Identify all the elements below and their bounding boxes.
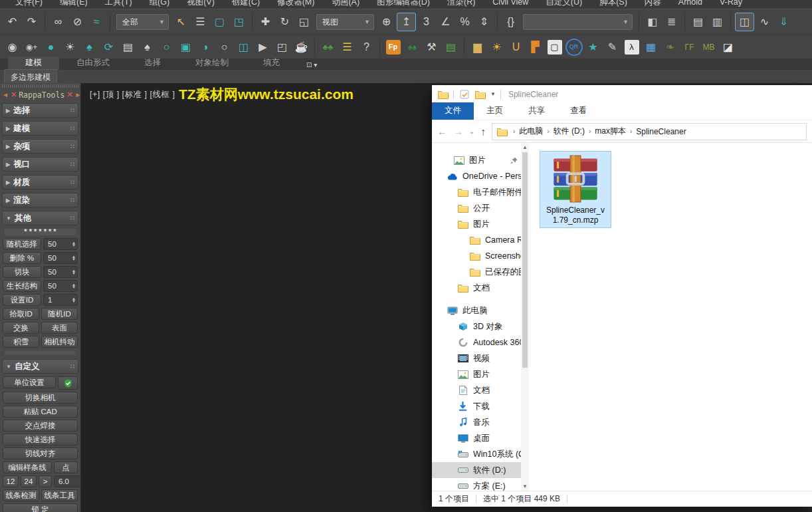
menu-item[interactable]: 渲染(R) — [439, 0, 484, 9]
select-and-scale-icon[interactable]: ◱ — [295, 13, 313, 31]
nav-tree-item[interactable]: 图片 — [432, 152, 529, 168]
menu-item[interactable]: 文件(F) — [7, 0, 51, 9]
rappa-button[interactable]: 点 — [54, 461, 78, 473]
nav-tree-item[interactable]: Win10系统 (C:) — [432, 446, 529, 462]
shield-check-icon[interactable] — [58, 376, 78, 390]
mb-letters-icon[interactable]: MB — [700, 39, 718, 56]
marquee-icon[interactable]: ▢ — [546, 39, 563, 56]
file-list-area[interactable]: SplineCleaner_v1.79_cn.mzp — [529, 143, 812, 491]
unlink-selection-icon[interactable]: ⊘ — [68, 13, 86, 31]
percent-snap-icon[interactable]: % — [456, 13, 474, 31]
explorer-tab-共享[interactable]: 共享 — [516, 102, 558, 120]
pine-trees-icon[interactable]: ♠♠ — [403, 39, 421, 56]
u-modifier-icon[interactable]: U — [507, 39, 525, 56]
bw-square-icon[interactable]: ◪ — [719, 39, 737, 56]
rappa-button[interactable]: 拾取ID — [3, 308, 39, 320]
render-setup-icon[interactable]: ⇓ — [775, 13, 793, 31]
rectangular-selection-region-icon[interactable]: ▢ — [211, 13, 229, 31]
new-folder-icon[interactable] — [474, 90, 486, 99]
light-icon[interactable]: ● — [42, 39, 60, 56]
layer-explorer-icon[interactable]: ▤ — [689, 13, 707, 31]
nav-scrollbar[interactable]: ▲ ▼ — [521, 143, 529, 491]
rappa-button[interactable]: 随机ID — [41, 308, 78, 320]
fc-letters-icon[interactable]: ΓF — [680, 39, 698, 56]
nav-tree-item[interactable]: 此电脑 — [432, 303, 529, 319]
breadcrumb-segment[interactable]: SplineCleaner — [634, 127, 688, 136]
rollout-其他[interactable]: ▼其他∷ — [2, 211, 78, 225]
leaf-icon[interactable]: ❧ — [661, 39, 679, 56]
nav-tree-item[interactable]: 已保存的图片 — [432, 264, 529, 280]
nav-tree-item[interactable]: 音乐 — [432, 414, 529, 430]
sun-icon[interactable]: ☀ — [61, 39, 79, 56]
help-icon[interactable]: ? — [357, 39, 375, 56]
scrollbar-thumb[interactable] — [522, 152, 528, 368]
menu-item[interactable]: 工具(T) — [96, 0, 141, 9]
ribbon-tab[interactable]: 对象绘制 — [178, 57, 246, 70]
select-object-icon[interactable]: ↖ — [172, 13, 190, 31]
rappa-button[interactable]: 线条检测 — [3, 489, 39, 501]
pedestrian-icon[interactable]: λ — [623, 39, 641, 56]
ribbon-tab[interactable]: 选择 — [127, 57, 178, 70]
nav-tree-item[interactable]: 下载 — [432, 398, 529, 414]
tools-icon[interactable]: ⚒ — [423, 39, 441, 56]
brush-icon[interactable]: ✎ — [603, 39, 621, 56]
up-icon[interactable]: ↑ — [480, 126, 486, 136]
use-pivot-center-icon[interactable]: ⊕ — [377, 13, 395, 31]
nav-tree-item[interactable]: 公开 — [432, 200, 529, 216]
nav-tree-item[interactable]: Camera Roll — [432, 232, 529, 248]
menu-item[interactable]: 创建(C) — [223, 0, 268, 9]
rappa-button[interactable]: 设置ID — [3, 294, 41, 306]
qr-icon[interactable]: QR — [565, 39, 583, 56]
scene-explorer-icon[interactable]: ▥ — [708, 13, 726, 31]
spinner-field[interactable]: 50▲▼ — [43, 238, 78, 250]
quick-access-caret-icon[interactable]: ▼ — [490, 91, 496, 97]
rappa-button[interactable]: 生长结构 — [3, 280, 41, 292]
green-list-icon[interactable]: ▤ — [442, 39, 460, 56]
breadcrumb-segment[interactable]: max脚本 — [593, 126, 628, 137]
nav-tree-item[interactable]: Screenshots — [432, 248, 529, 264]
image-panels-icon[interactable]: ▦ — [642, 39, 660, 56]
menu-item[interactable]: 组(G) — [141, 0, 179, 9]
rappa-button[interactable]: 编辑样条线 — [3, 461, 52, 473]
scroll-up-icon[interactable]: ▲ — [522, 143, 528, 152]
rappa-button[interactable]: 粘贴 CAD — [3, 406, 78, 418]
spinner-arrows-icon[interactable]: ▲▼ — [70, 269, 77, 275]
file-item-selected[interactable]: SplineCleaner_v1.79_cn.mzp — [540, 151, 611, 228]
mask-icon[interactable]: ◑ — [196, 39, 214, 56]
rappa-button[interactable]: 锁 定 — [3, 503, 78, 512]
select-by-name-icon[interactable]: ☰ — [191, 13, 209, 31]
menu-item[interactable]: 动画(A) — [323, 0, 368, 9]
undo-icon[interactable]: ↶ — [3, 13, 21, 31]
nav-tree-item[interactable]: 方案 (E:) — [432, 478, 529, 491]
explorer-title-bar[interactable]: ▼ SplineCleaner — [432, 85, 812, 103]
close-icon[interactable]: ✕ — [11, 91, 17, 98]
nav-tree-item[interactable]: OneDrive - Pers — [432, 168, 529, 184]
menu-item[interactable]: 内容 — [636, 0, 670, 9]
folder-open-icon[interactable]: ▆ — [468, 39, 486, 56]
scroll-down-icon[interactable]: ▼ — [522, 482, 528, 491]
panel-grip[interactable] — [2, 84, 78, 88]
breadcrumb-segment[interactable]: 此电脑 — [517, 126, 545, 137]
camera-icon[interactable]: ◉ — [3, 39, 21, 56]
menu-item[interactable]: Civil View — [484, 0, 537, 9]
explorer-tab-主页[interactable]: 主页 — [474, 102, 516, 120]
selection-filter-dropdown[interactable]: 全部▼ — [116, 14, 169, 30]
video-panel-icon[interactable]: ▶ — [254, 39, 272, 56]
rappa-button[interactable]: 删除 % — [3, 252, 41, 264]
spinner-field[interactable]: 1▲▼ — [43, 294, 78, 306]
window-crossing-icon[interactable]: ◳ — [230, 13, 248, 31]
layers-icon[interactable]: ▣ — [177, 39, 195, 56]
rappa-button[interactable]: 交点焊接 — [3, 420, 78, 432]
spinner-field[interactable]: 50▲▼ — [43, 280, 78, 292]
rappa-button[interactable]: 表面 — [41, 322, 78, 334]
forest-trees-icon[interactable]: ♣♣ — [319, 39, 337, 56]
breadcrumb-segment[interactable]: 软件 (D:) — [552, 126, 587, 137]
scroll-left-icon[interactable]: ◄ — [2, 92, 9, 98]
rappa-button[interactable]: 线条工具 — [41, 489, 78, 501]
redo-icon[interactable]: ↷ — [23, 13, 41, 31]
explorer-tab-文件[interactable]: 文件 — [432, 102, 474, 120]
menu-item[interactable]: V-Ray — [711, 0, 751, 9]
explorer-tab-查看[interactable]: 查看 — [558, 102, 599, 120]
select-and-rotate-icon[interactable]: ↻ — [276, 13, 294, 31]
sun-magnet-icon[interactable]: ☀ — [488, 39, 506, 56]
